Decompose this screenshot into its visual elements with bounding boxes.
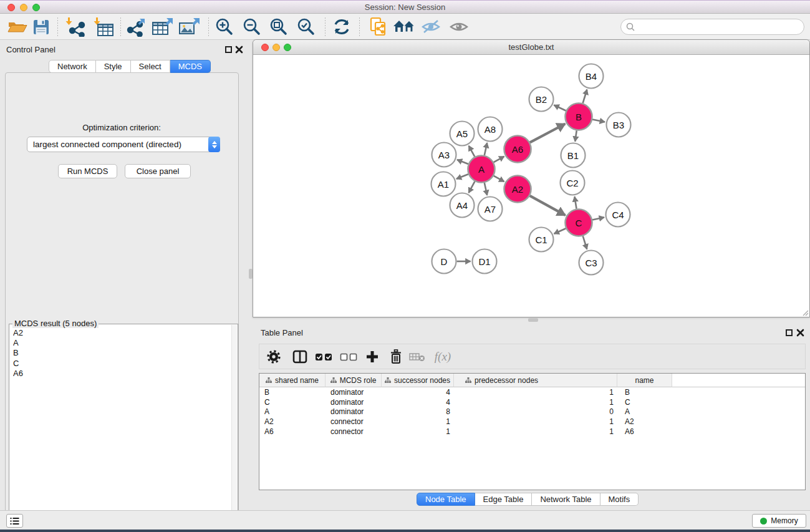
export-image-icon[interactable]: [177, 17, 202, 37]
tab-select[interactable]: Select: [131, 60, 170, 73]
column-header-name[interactable]: name: [617, 374, 672, 387]
graph-edge-A-A3[interactable]: [457, 160, 468, 164]
table-cell[interactable]: 0: [454, 407, 617, 417]
tab-mcds[interactable]: MCDS: [170, 60, 211, 73]
table-cell[interactable]: C: [259, 397, 325, 407]
table-cell[interactable]: A: [259, 407, 325, 417]
import-table-icon[interactable]: [91, 17, 116, 37]
task-history-button[interactable]: [6, 514, 23, 528]
optimization-criterion-dropdown[interactable]: largest connected component (directed): [27, 137, 220, 152]
column-view-icon[interactable]: [291, 349, 309, 365]
graph-edge-A-A1[interactable]: [456, 174, 468, 179]
table-cell[interactable]: 1: [454, 397, 617, 407]
show-panels-icon[interactable]: [446, 17, 471, 37]
table-cell[interactable]: C: [617, 397, 672, 407]
graph-edge-C-C1[interactable]: [554, 228, 566, 234]
select-all-columns-icon[interactable]: [314, 349, 333, 365]
graph-edge-A-A2[interactable]: [494, 176, 504, 181]
table-row[interactable]: A6connector11A6: [259, 427, 805, 437]
zoom-selected-icon[interactable]: [294, 17, 319, 37]
result-scrollbar[interactable]: [231, 325, 237, 532]
graph-node-A4[interactable]: A4: [450, 193, 475, 218]
graph-edge-A-A5[interactable]: [469, 146, 475, 157]
table-cell[interactable]: A2: [259, 417, 325, 427]
table-cell[interactable]: 1: [382, 417, 454, 427]
column-header-successor-nodes[interactable]: successor nodes: [382, 374, 454, 387]
graph-edge-A2-C[interactable]: [530, 196, 566, 215]
graph-node-C2[interactable]: C2: [561, 171, 585, 195]
table-row[interactable]: A2connector11A2: [259, 417, 805, 427]
graph-node-A5[interactable]: A5: [450, 122, 475, 146]
table-cell[interactable]: 1: [454, 417, 617, 427]
graph-node-D[interactable]: D: [432, 249, 456, 274]
horizontal-splitter-handle[interactable]: [528, 318, 538, 322]
search-box[interactable]: [620, 19, 804, 35]
graph-edge-A-A6[interactable]: [494, 157, 504, 162]
graph-edge-C-C2[interactable]: [574, 196, 576, 209]
save-session-icon[interactable]: [29, 17, 54, 37]
table-cell[interactable]: dominator: [325, 387, 382, 397]
table-float-panel-icon[interactable]: [786, 329, 793, 336]
table-cell[interactable]: dominator: [325, 397, 382, 407]
graph-edge-C-C4[interactable]: [592, 218, 604, 220]
graph-node-B1[interactable]: B1: [561, 143, 586, 168]
table-cell[interactable]: A6: [617, 427, 672, 437]
zoom-fit-icon[interactable]: [267, 17, 292, 37]
graph-node-B3[interactable]: B3: [607, 113, 631, 137]
table-cell[interactable]: A6: [259, 427, 325, 437]
mcds-result-list[interactable]: A2ABCA6: [13, 328, 229, 532]
graph-node-C1[interactable]: C1: [529, 228, 554, 252]
graph-node-C[interactable]: C: [566, 210, 592, 236]
table-cell[interactable]: 1: [454, 387, 617, 397]
deselect-all-columns-icon[interactable]: [339, 349, 358, 365]
network-canvas[interactable]: B4B2BB3A8A5A6A3B1AC2A1A2A4A7C4CC1C3DD1: [254, 56, 809, 317]
graph-node-A3[interactable]: A3: [432, 143, 456, 167]
export-network-icon[interactable]: [124, 17, 149, 37]
vertical-splitter-handle[interactable]: [249, 269, 253, 279]
node-table[interactable]: shared nameMCDS rolesuccessor nodesprede…: [259, 373, 806, 490]
graph-node-C4[interactable]: C4: [606, 203, 630, 227]
table-cell[interactable]: A: [617, 407, 672, 417]
tab-style[interactable]: Style: [96, 60, 131, 73]
tab-network[interactable]: Network: [49, 60, 96, 73]
graph-edge-B-B2[interactable]: [554, 105, 566, 111]
table-cell[interactable]: dominator: [325, 407, 382, 417]
settings-gear-icon[interactable]: [264, 349, 283, 365]
graph-node-B[interactable]: B: [566, 104, 592, 130]
share-session-icon[interactable]: [366, 17, 391, 37]
graph-edge-B-B1[interactable]: [575, 130, 577, 141]
memory-button[interactable]: Memory: [752, 514, 806, 528]
table-cell[interactable]: A2: [617, 417, 672, 427]
refresh-layout-icon[interactable]: [329, 17, 354, 37]
table-cell[interactable]: connector: [325, 427, 382, 437]
graph-node-A7[interactable]: A7: [478, 197, 503, 221]
graph-edge-C-C3[interactable]: [583, 236, 587, 249]
table-cell[interactable]: 1: [382, 427, 454, 437]
graph-edge-A6-B[interactable]: [530, 123, 565, 142]
mcds-result-item[interactable]: A: [13, 338, 229, 348]
close-panel-button[interactable]: Close panel: [125, 164, 191, 178]
graph-node-D1[interactable]: D1: [473, 249, 497, 274]
graph-node-A8[interactable]: A8: [478, 117, 503, 142]
graph-node-A2[interactable]: A2: [504, 176, 531, 203]
tab-node-table[interactable]: Node Table: [417, 493, 475, 506]
resize-grip[interactable]: [802, 309, 809, 316]
graph-edge-A-A4[interactable]: [469, 181, 475, 193]
graph-edge-A-A8[interactable]: [485, 143, 487, 155]
table-row[interactable]: Cdominator41C: [259, 397, 805, 407]
mcds-result-item[interactable]: C: [13, 359, 229, 369]
open-session-icon[interactable]: [5, 17, 30, 37]
column-header-predecessor-nodes[interactable]: predecessor nodes: [454, 374, 617, 387]
close-panel-icon[interactable]: [235, 46, 243, 54]
float-panel-icon[interactable]: [225, 46, 232, 53]
delete-column-icon[interactable]: [387, 349, 405, 365]
import-network-icon[interactable]: [63, 17, 88, 37]
column-header-MCDS-role[interactable]: MCDS role: [325, 374, 382, 387]
graph-node-C3[interactable]: C3: [579, 251, 604, 275]
tab-motifs[interactable]: Motifs: [600, 493, 639, 506]
zoom-in-icon[interactable]: [213, 17, 238, 37]
home-icon[interactable]: [392, 17, 417, 37]
hide-panels-icon[interactable]: [418, 17, 443, 37]
tab-network-table[interactable]: Network Table: [532, 493, 600, 506]
graph-node-A1[interactable]: A1: [432, 172, 456, 196]
